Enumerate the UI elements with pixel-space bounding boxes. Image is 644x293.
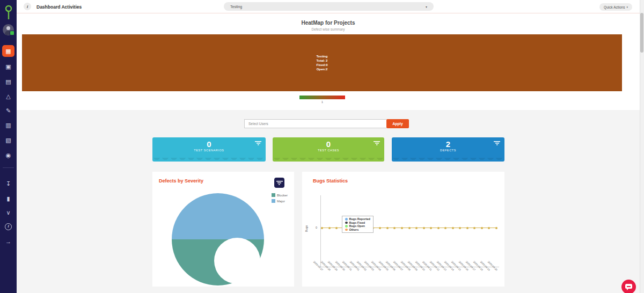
app-root: ▦▣▤△✎▥▧◉↧▮∨i→ i Dashboard Activities Tes… bbox=[0, 0, 644, 293]
chat-launcher-button[interactable] bbox=[621, 280, 636, 293]
heatmap-cell-line: Open:2 bbox=[317, 67, 328, 71]
heatmap-cell-line: Total: 2 bbox=[317, 58, 328, 63]
severity-filter-button[interactable] bbox=[274, 178, 284, 188]
line-marker bbox=[473, 227, 475, 229]
legend-item-blocker[interactable]: Blocker bbox=[272, 193, 288, 197]
sidebar: ▦▣▤△✎▥▧◉↧▮∨i→ bbox=[0, 0, 17, 293]
quick-actions-label: Quick Actions bbox=[604, 5, 625, 9]
legend-dot bbox=[345, 229, 348, 231]
nav-briefcase-icon[interactable]: ▮ bbox=[2, 193, 14, 204]
line-marker bbox=[423, 227, 425, 229]
legend-dot bbox=[345, 222, 348, 224]
line-marker bbox=[466, 227, 469, 229]
legend-swatch bbox=[272, 199, 275, 203]
app-logo-icon[interactable] bbox=[3, 4, 14, 23]
apply-button[interactable]: Apply bbox=[386, 119, 409, 128]
stat-value: 2 bbox=[392, 140, 504, 149]
stat-value: 0 bbox=[152, 140, 266, 149]
chat-bubble-icon bbox=[625, 284, 632, 289]
filter-icon bbox=[276, 181, 283, 185]
line-legend: Bugs Reported Bugs Fixed Bugs Open Other… bbox=[342, 216, 374, 233]
vertical-scrollbar bbox=[640, 0, 644, 293]
filter-icon[interactable] bbox=[255, 141, 261, 145]
severity-donut-chart[interactable] bbox=[172, 193, 264, 285]
heatmap-cell-line: Fixed:0 bbox=[316, 63, 327, 67]
stat-card-defects[interactable]: 2 DEFECTS bbox=[392, 137, 504, 162]
panel-title: Defects by Severity bbox=[159, 178, 203, 184]
project-dropdown[interactable]: Testing ▾ bbox=[224, 2, 434, 11]
heatmap-scale-label: 1 bbox=[299, 100, 345, 104]
heatmap-subtitle: Defect wise summary bbox=[17, 27, 640, 31]
line-marker bbox=[481, 227, 483, 229]
nav-test-cases-icon[interactable]: ▥ bbox=[2, 120, 14, 130]
legend-dot bbox=[345, 225, 348, 228]
page-title: Dashboard Activities bbox=[36, 4, 82, 10]
line-marker bbox=[408, 227, 411, 229]
legend-item-major[interactable]: Major bbox=[272, 199, 288, 203]
heatmap-cell-line: Testing bbox=[317, 54, 328, 58]
legend-label: Major bbox=[277, 200, 285, 203]
line-marker bbox=[386, 227, 389, 229]
heatmap-color-scale bbox=[299, 96, 345, 99]
bugs-statistics-panel: Bugs Statistics Bugs 0 Bugs Reported Bug… bbox=[302, 172, 504, 287]
y-axis bbox=[320, 195, 321, 267]
nav-defects-icon[interactable]: ▧ bbox=[2, 135, 14, 145]
line-marker bbox=[401, 227, 403, 229]
line-marker bbox=[459, 227, 461, 229]
heatmap-cell-testing[interactable]: Testing Total: 2 Fixed:0 Open:2 bbox=[22, 34, 622, 91]
panel-title: Bugs Statistics bbox=[313, 178, 348, 184]
select-users-input[interactable] bbox=[244, 119, 386, 128]
nav-requirements-icon[interactable]: ▤ bbox=[2, 76, 14, 87]
line-marker bbox=[415, 227, 418, 229]
nav-projects-icon[interactable]: ▣ bbox=[2, 61, 14, 72]
line-marker bbox=[452, 227, 454, 229]
nav-dashboard-icon[interactable]: ▦ bbox=[2, 45, 14, 57]
top-header: i Dashboard Activities Testing ▾ Quick A… bbox=[17, 0, 640, 13]
pie-legend: Blocker Major bbox=[272, 193, 288, 205]
nav-import-icon[interactable]: ↧ bbox=[2, 178, 14, 189]
legend-dot bbox=[345, 218, 348, 221]
stat-card-test-scenarios[interactable]: 0 TEST SCENARIOS bbox=[152, 137, 266, 162]
nav-test-lab-icon[interactable]: △ bbox=[2, 91, 14, 101]
filter-icon[interactable] bbox=[374, 141, 380, 145]
line-marker bbox=[328, 227, 331, 229]
legend-swatch bbox=[272, 193, 275, 197]
nav-logout-icon[interactable]: → bbox=[2, 236, 14, 247]
legend-label: Blocker bbox=[277, 194, 288, 197]
y-axis-tick: 0 bbox=[316, 226, 317, 229]
project-dropdown-value: Testing bbox=[230, 5, 242, 9]
sidebar-divider bbox=[3, 167, 14, 168]
chevron-down-icon: ▾ bbox=[426, 5, 427, 9]
avatar-head bbox=[6, 26, 10, 30]
heatmap-panel: HeatMap for Projects Defect wise summary… bbox=[17, 13, 640, 110]
nav-test-scenarios-icon[interactable]: ✎ bbox=[2, 105, 14, 116]
legend-label: Others bbox=[349, 228, 359, 232]
stat-label: DEFECTS bbox=[392, 149, 504, 152]
nav-more-icon[interactable]: ∨ bbox=[2, 207, 14, 218]
legend-item-others[interactable]: Others bbox=[345, 228, 370, 232]
quick-actions-button[interactable]: Quick Actions ▾ bbox=[599, 3, 632, 11]
line-marker bbox=[437, 227, 440, 229]
line-marker bbox=[495, 227, 497, 229]
defects-by-severity-panel: Defects by Severity Blocker Major bbox=[152, 172, 294, 287]
scrollbar-thumb[interactable] bbox=[640, 13, 643, 53]
y-axis-label: Bugs bbox=[305, 225, 308, 232]
stat-card-test-cases[interactable]: 0 TEST CASES bbox=[273, 137, 384, 162]
nav-reports-icon[interactable]: ◉ bbox=[2, 150, 14, 160]
line-marker bbox=[335, 227, 338, 229]
stat-label: TEST SCENARIOS bbox=[152, 149, 266, 152]
line-marker bbox=[321, 227, 323, 229]
filter-icon[interactable] bbox=[494, 141, 500, 145]
line-marker bbox=[430, 227, 432, 229]
chevron-down-icon: ▾ bbox=[626, 5, 628, 9]
info-icon[interactable]: i bbox=[24, 3, 31, 10]
donut-hole bbox=[214, 238, 260, 284]
line-marker bbox=[444, 227, 447, 229]
line-marker bbox=[379, 227, 381, 229]
heatmap-title: HeatMap for Projects bbox=[17, 20, 640, 26]
nav-info-icon[interactable]: i bbox=[2, 221, 14, 232]
online-status-dot bbox=[10, 31, 14, 35]
stat-label: TEST CASES bbox=[273, 149, 384, 152]
stat-value: 0 bbox=[273, 140, 384, 149]
user-avatar[interactable] bbox=[3, 24, 14, 35]
